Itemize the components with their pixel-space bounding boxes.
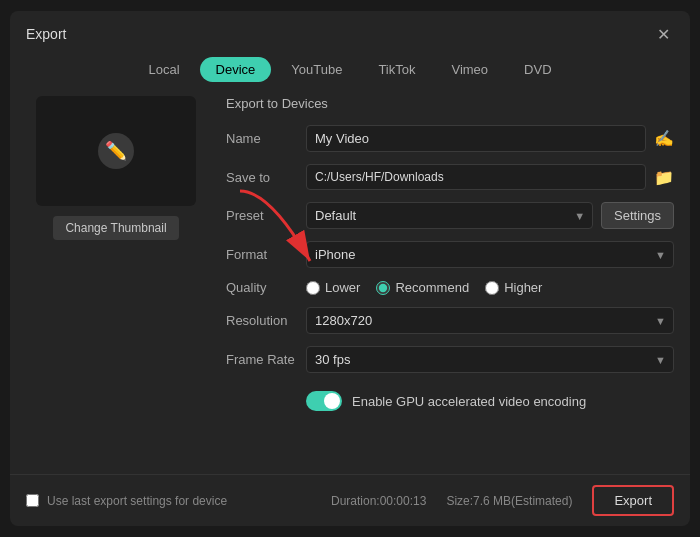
frame-rate-select[interactable]: 30 fps — [306, 346, 674, 373]
left-panel: ✏️ Change Thumbnail — [26, 92, 206, 464]
export-dialog: Export ✕ Local Device YouTube TikTok Vim… — [10, 11, 690, 526]
save-to-control: 📁 — [306, 164, 674, 190]
quality-recommend-radio[interactable] — [376, 281, 390, 295]
format-select-wrap: iPhone ▼ — [306, 241, 674, 268]
tab-local[interactable]: Local — [132, 57, 195, 82]
format-row: Format iPhone ▼ — [226, 241, 674, 268]
name-row: Name ✍️ — [226, 125, 674, 152]
save-to-label: Save to — [226, 170, 306, 185]
toggle-knob — [324, 393, 340, 409]
resolution-select[interactable]: 1280x720 — [306, 307, 674, 334]
tab-dvd[interactable]: DVD — [508, 57, 567, 82]
frame-rate-label: Frame Rate — [226, 352, 306, 367]
bottom-bar: Use last export settings for device Dura… — [10, 474, 690, 526]
folder-icon[interactable]: 📁 — [654, 168, 674, 187]
format-select[interactable]: iPhone — [306, 241, 674, 268]
format-label: Format — [226, 247, 306, 262]
quality-recommend-option[interactable]: Recommend — [376, 280, 469, 295]
name-input[interactable] — [306, 125, 646, 152]
name-control: ✍️ — [306, 125, 674, 152]
dialog-title: Export — [26, 26, 66, 42]
preset-select[interactable]: Default — [306, 202, 593, 229]
tab-bar: Local Device YouTube TikTok Vimeo DVD — [10, 53, 690, 92]
frame-rate-select-wrap: 30 fps ▼ — [306, 346, 674, 373]
frame-rate-row: Frame Rate 30 fps ▼ — [226, 346, 674, 373]
quality-lower-radio[interactable] — [306, 281, 320, 295]
save-to-input[interactable] — [306, 164, 646, 190]
ai-icon[interactable]: ✍️ — [654, 129, 674, 148]
preset-label: Preset — [226, 208, 306, 223]
quality-higher-radio[interactable] — [485, 281, 499, 295]
quality-lower-label: Lower — [325, 280, 360, 295]
tab-tiktok[interactable]: TikTok — [362, 57, 431, 82]
gpu-label: Enable GPU accelerated video encoding — [352, 394, 586, 409]
resolution-control: 1280x720 ▼ — [306, 307, 674, 334]
preset-row: Preset Default ▼ Settings — [226, 202, 674, 229]
preset-select-wrap: Default ▼ — [306, 202, 593, 229]
bottom-info: Duration:00:00:13 Size:7.6 MB(Estimated)… — [331, 485, 674, 516]
right-panel: Export to Devices Name ✍️ Save to 📁 Pr — [226, 92, 674, 464]
use-last-checkbox[interactable] — [26, 494, 39, 507]
duration-info: Duration:00:00:13 — [331, 494, 426, 508]
gpu-row: Enable GPU accelerated video encoding — [226, 391, 674, 411]
quality-lower-option[interactable]: Lower — [306, 280, 360, 295]
use-last-settings: Use last export settings for device — [26, 494, 227, 508]
quality-recommend-label: Recommend — [395, 280, 469, 295]
thumbnail-preview: ✏️ — [36, 96, 196, 206]
resolution-select-wrap: 1280x720 ▼ — [306, 307, 674, 334]
quality-row: Quality Lower Recommend High — [226, 280, 674, 295]
quality-higher-label: Higher — [504, 280, 542, 295]
section-title: Export to Devices — [226, 96, 674, 111]
quality-label: Quality — [226, 280, 306, 295]
quality-options: Lower Recommend Higher — [306, 280, 542, 295]
close-button[interactable]: ✕ — [652, 23, 674, 45]
name-label: Name — [226, 131, 306, 146]
save-to-row: Save to 📁 — [226, 164, 674, 190]
change-thumbnail-button[interactable]: Change Thumbnail — [53, 216, 178, 240]
resolution-row: Resolution 1280x720 ▼ — [226, 307, 674, 334]
pencil-icon: ✏️ — [98, 133, 134, 169]
export-button[interactable]: Export — [592, 485, 674, 516]
gpu-toggle[interactable] — [306, 391, 342, 411]
frame-rate-control: 30 fps ▼ — [306, 346, 674, 373]
preset-control: Default ▼ Settings — [306, 202, 674, 229]
format-control: iPhone ▼ — [306, 241, 674, 268]
content-area: ✏️ Change Thumbnail Export to Devices Na… — [10, 92, 690, 474]
resolution-label: Resolution — [226, 313, 306, 328]
quality-higher-option[interactable]: Higher — [485, 280, 542, 295]
tab-device[interactable]: Device — [200, 57, 272, 82]
title-bar: Export ✕ — [10, 11, 690, 53]
tab-vimeo[interactable]: Vimeo — [435, 57, 504, 82]
size-info: Size:7.6 MB(Estimated) — [446, 494, 572, 508]
use-last-label: Use last export settings for device — [47, 494, 227, 508]
tab-youtube[interactable]: YouTube — [275, 57, 358, 82]
quality-control: Lower Recommend Higher — [306, 280, 674, 295]
settings-button[interactable]: Settings — [601, 202, 674, 229]
